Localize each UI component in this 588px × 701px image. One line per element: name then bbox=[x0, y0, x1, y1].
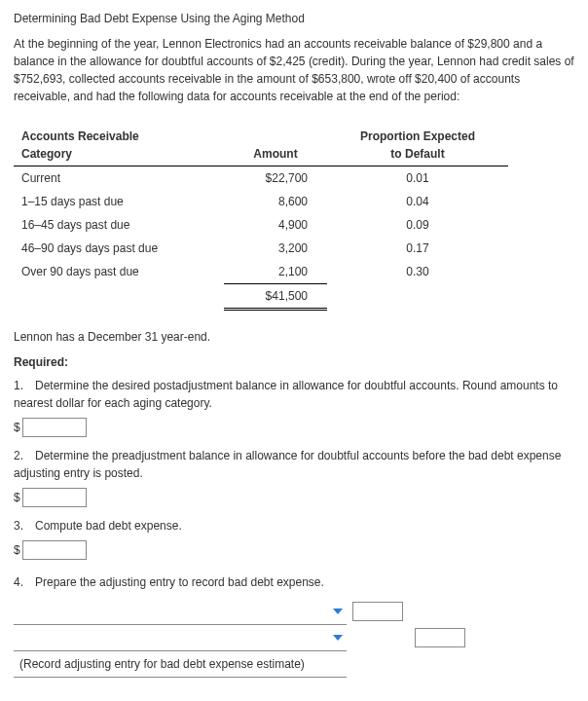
intro-paragraph: At the beginning of the year, Lennon Ele… bbox=[14, 35, 574, 105]
dollar-sign: $ bbox=[14, 543, 20, 557]
answer-2-input[interactable] bbox=[22, 488, 87, 507]
dollar-sign: $ bbox=[14, 491, 20, 504]
table-row: 1–15 days past due 8,600 0.04 bbox=[14, 190, 508, 213]
table-row: 16–45 days past due 4,900 0.09 bbox=[14, 213, 508, 237]
question-1: 1. Determine the desired postadjustment … bbox=[14, 377, 574, 412]
required-heading: Required: bbox=[14, 353, 574, 371]
question-4: 4. Prepare the adjusting entry to record… bbox=[14, 573, 574, 591]
table-total-row: $41,500 bbox=[14, 284, 508, 310]
je-account-dropdown-2[interactable] bbox=[14, 625, 347, 651]
je-debit-1-input[interactable] bbox=[352, 602, 403, 621]
table-row: 46–90 days days past due 3,200 0.17 bbox=[14, 237, 508, 260]
answer-3-input[interactable] bbox=[22, 540, 87, 560]
je-description: (Record adjusting entry for bad debt exp… bbox=[14, 651, 347, 678]
page-title: Determining Bad Debt Expense Using the A… bbox=[14, 10, 574, 27]
answer-1-input[interactable] bbox=[22, 418, 87, 437]
header-category: Accounts Receivable Category bbox=[14, 125, 224, 166]
header-amount: Amount bbox=[224, 125, 327, 166]
table-row: Over 90 days past due 2,100 0.30 bbox=[14, 260, 508, 284]
table-row: Current $22,700 0.01 bbox=[14, 166, 508, 191]
question-3: 3. Compute bad debt expense. bbox=[14, 517, 574, 535]
year-end-note: Lennon has a December 31 year-end. bbox=[14, 328, 574, 346]
dollar-sign: $ bbox=[14, 421, 20, 434]
je-account-dropdown-1[interactable] bbox=[14, 599, 347, 625]
journal-entry-table: (Record adjusting entry for bad debt exp… bbox=[14, 599, 471, 678]
chevron-down-icon bbox=[333, 635, 343, 641]
je-credit-2-input[interactable] bbox=[415, 628, 465, 647]
chevron-down-icon bbox=[333, 609, 343, 614]
header-proportion: Proportion Expected to Default bbox=[327, 125, 508, 166]
aging-table: Accounts Receivable Category Amount Prop… bbox=[14, 125, 508, 311]
question-2: 2. Determine the preadjustment balance i… bbox=[14, 447, 574, 482]
